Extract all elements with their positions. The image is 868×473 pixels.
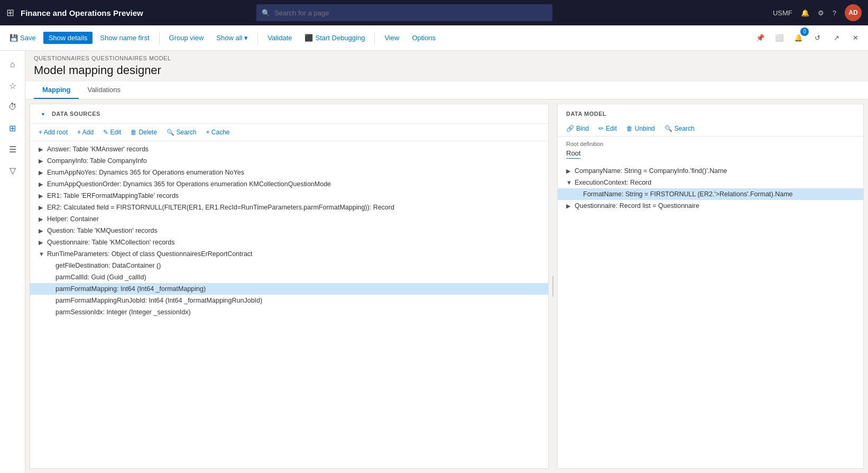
top-nav: ⊞ Finance and Operations Preview 🔍 USMF … [0,0,868,25]
options-button[interactable]: Options [407,32,441,44]
delete-button[interactable]: 🗑 Delete [126,127,161,138]
datamodel-panel-title: DATA MODEL [566,111,855,117]
pin-button[interactable]: 📌 [752,30,769,47]
tab-mapping[interactable]: Mapping [34,81,79,99]
start-debugging-button[interactable]: ⬛ Start Debugging [299,32,370,44]
main-toolbar: 💾 Save Show details Show name first Grou… [0,25,868,51]
datasources-tree-item[interactable]: parmFormatMapping: Int64 (Int64 _formatM… [30,283,548,295]
tree-item-text: ER1: Table 'ERFormatMappingTable' record… [47,192,544,199]
unbind-button[interactable]: 🗑 Unbind [622,123,659,134]
view-button[interactable]: View [379,32,404,44]
datamodel-toolbar: 🔗 Bind ✏ Edit 🗑 Unbind 🔍 Search [558,121,863,137]
datamodel-tree-item[interactable]: FormatName: String = FIRSTORNULL (ER2.'>… [558,188,863,200]
expand-button[interactable]: ⬜ [771,30,788,47]
tree-item-text: Questionnaire: Table 'KMCollection' reco… [47,239,544,246]
user-company: USMF [773,9,792,17]
datasources-tree-item[interactable]: ▶ER2: Calculated field = FIRSTORNULL(FIL… [30,202,548,213]
avatar[interactable]: AD [845,4,862,21]
show-name-first-button[interactable]: Show name first [95,32,154,44]
notification-icon[interactable]: 🔔 [801,9,809,17]
popout-button[interactable]: ↗ [828,30,845,47]
tree-item-text: Question: Table 'KMQuestion' records [47,227,544,234]
datamodel-panel: DATA MODEL 🔗 Bind ✏ Edit 🗑 Unbind [557,104,864,469]
app-grid-icon[interactable]: ⊞ [6,7,14,19]
add-button[interactable]: + Add [73,127,98,138]
expand-icon: ▶ [39,204,47,211]
tree-item-text: ExecutionContext: Record [575,179,859,186]
tab-validations[interactable]: Validations [79,81,129,99]
main-layout: ⌂ ☆ ⏱ ⊞ ☰ ▽ QUESTIONNAIRES QUESTIONNAIRE… [0,51,868,473]
tree-item-text: getFileDestination: DataContainer () [56,262,544,269]
datamodel-tree-item[interactable]: ▶Questionnaire: Record list = Questionna… [558,200,863,212]
datasources-tree-item[interactable]: ▶Question: Table 'KMQuestion' records [30,225,548,236]
splitter[interactable] [551,99,555,473]
sidebar-filter-icon[interactable]: ▽ [3,161,22,180]
sidebar-list-icon[interactable]: ☰ [3,140,22,159]
datasources-tree-item[interactable]: parmFormatMappingRunJobId: Int64 (Int64 … [30,295,548,306]
global-search-bar[interactable]: 🔍 [256,4,552,21]
edit-button[interactable]: ✎ Edit [99,127,125,138]
tree-item-text: ER2: Calculated field = FIRSTORNULL(FILT… [47,204,544,211]
datasources-tree-item[interactable]: ▶Helper: Container [30,213,548,225]
expand-icon: ▼ [39,251,47,257]
show-details-button[interactable]: Show details [43,32,93,44]
tree-item-text: CompanyName: String = CompanyInfo.'find(… [575,167,859,175]
breadcrumb: QUESTIONNAIRES QUESTIONNAIRES MODEL [25,51,868,63]
dm-search-button[interactable]: 🔍 Search [660,123,699,134]
expand-icon: ▶ [566,203,575,210]
help-icon[interactable]: ? [833,9,836,17]
refresh-button[interactable]: ↺ [809,30,826,47]
datasources-expand-btn[interactable] [36,108,50,119]
save-icon: 💾 [10,34,18,42]
toolbar-separator-3 [374,32,375,44]
datasources-tree-item[interactable]: ▶Questionnaire: Table 'KMCollection' rec… [30,236,548,248]
sidebar-favorites-icon[interactable]: ☆ [3,76,22,95]
expand-icon: ▶ [566,168,575,175]
datasources-tree-item[interactable]: ▶CompanyInfo: Table CompanyInfo [30,155,548,167]
datasources-tree-item[interactable]: parmSessionIdx: Integer (Integer _sessio… [30,306,548,318]
unbind-icon: 🗑 [626,125,633,132]
expand-icon: ▶ [39,169,47,176]
save-button[interactable]: 💾 Save [4,32,41,44]
add-root-button[interactable]: + Add root [34,127,72,138]
datasources-tree-item[interactable]: ▶Answer: Table 'KMAnswer' records [30,143,548,155]
app-title: Finance and Operations Preview [21,8,143,17]
datasources-tree-item[interactable]: getFileDestination: DataContainer () [30,260,548,271]
search-button[interactable]: 🔍 Search [162,127,200,138]
sidebar-workspace-icon[interactable]: ⊞ [3,119,22,138]
datasources-tree-item[interactable]: ▶EnumAppNoYes: Dynamics 365 for Operatio… [30,167,548,178]
datasources-tree-item[interactable]: parmCallId: Guid (Guid _callId) [30,271,548,283]
datasources-tree-item[interactable]: ▼RunTimeParameters: Object of class Ques… [30,248,548,260]
tree-item-text: Questionnaire: Record list = Questionnai… [575,202,859,210]
validate-button[interactable]: Validate [262,32,297,44]
datamodel-header: DATA MODEL [558,104,863,121]
tabs: Mapping Validations [25,81,868,99]
dm-edit-button[interactable]: ✏ Edit [594,123,621,134]
datamodel-tree-item[interactable]: ▶CompanyName: String = CompanyInfo.'find… [558,165,863,177]
toolbar-separator-2 [257,32,258,44]
show-all-button[interactable]: Show all ▾ [211,32,253,44]
settings-icon[interactable]: ⚙ [818,9,824,17]
splitter-bar [552,276,553,297]
sidebar-recent-icon[interactable]: ⏱ [3,97,22,116]
tree-item-text: parmCallId: Guid (Guid _callId) [56,274,544,281]
datasources-chevron-icon [41,110,45,117]
left-sidebar: ⌂ ☆ ⏱ ⊞ ☰ ▽ [0,51,25,473]
group-view-button[interactable]: Group view [164,32,209,44]
datasources-tree-item[interactable]: ▶EnumAppQuestionOrder: Dynamics 365 for … [30,178,548,190]
tree-item-text: parmSessionIdx: Integer (Integer _sessio… [56,308,544,316]
cache-button[interactable]: + Cache [201,127,234,138]
search-input[interactable] [274,9,547,17]
tree-item-text: Answer: Table 'KMAnswer' records [47,145,544,153]
bind-icon: 🔗 [566,125,574,132]
datasources-tree-item[interactable]: ▶ER1: Table 'ERFormatMappingTable' recor… [30,190,548,202]
bind-button[interactable]: 🔗 Bind [562,123,593,134]
tree-item-text: FormatName: String = FIRSTORNULL (ER2.'>… [583,190,859,198]
show-name-first-label: Show name first [100,34,149,42]
validate-label: Validate [267,34,292,42]
dm-edit-icon: ✏ [598,125,604,132]
datamodel-tree-item[interactable]: ▼ExecutionContext: Record [558,177,863,188]
split-area: DATA SOURCES + Add root + Add ✎ Edit 🗑 D… [25,99,868,473]
close-button[interactable]: ✕ [847,30,864,47]
sidebar-home-icon[interactable]: ⌂ [3,55,22,74]
